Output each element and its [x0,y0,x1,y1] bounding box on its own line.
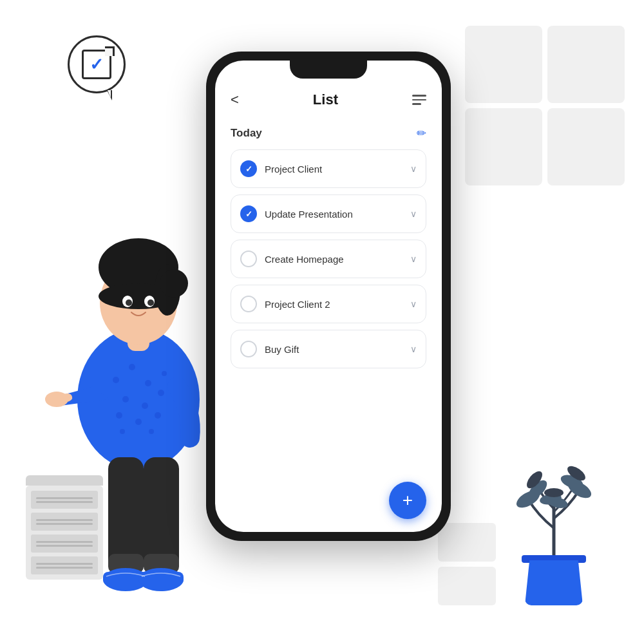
phone-notch [290,61,367,79]
task-label-1: Project Client [265,164,402,175]
svg-point-18 [160,269,188,298]
edit-icon[interactable]: ✏ [417,126,426,140]
task-chevron-2: ∨ [410,209,417,219]
task-item-4[interactable]: Project Client 2 ∨ [231,285,426,323]
small-box-2 [438,567,496,605]
bg-square-4 [547,108,625,185]
bubble-circle: ✓ [68,35,126,93]
task-chevron-5: ∨ [410,344,417,354]
menu-line-3 [412,103,421,105]
svg-point-6 [158,390,164,396]
svg-point-22 [147,299,154,306]
bg-square-1 [465,26,542,103]
task-label-2: Update Presentation [265,209,402,220]
task-chevron-4: ∨ [410,299,417,309]
svg-point-21 [126,299,132,306]
task-label-5: Buy Gift [265,344,402,355]
task-item-2[interactable]: Update Presentation ∨ [231,194,426,233]
svg-point-41 [544,488,564,497]
svg-point-7 [116,412,122,419]
task-checkbox-2[interactable] [240,205,257,222]
bg-square-3 [465,108,542,185]
svg-point-1 [113,377,119,383]
section-header: Today ✏ [231,126,426,140]
speech-bubble: ✓ [68,35,132,100]
svg-point-2 [129,364,135,370]
fab-add-button[interactable]: + [389,482,426,519]
task-item-5[interactable]: Buy Gift ∨ [231,330,426,368]
bg-square-2 [547,26,625,103]
svg-point-8 [135,419,142,425]
task-chevron-3: ∨ [410,254,417,264]
fab-plus-icon: + [402,491,413,509]
svg-point-4 [122,396,129,402]
section-title: Today [231,127,262,140]
svg-point-9 [155,412,161,419]
task-item-3[interactable]: Create Homepage ∨ [231,240,426,278]
task-label-3: Create Homepage [265,254,402,265]
task-item-1[interactable]: Project Client ∨ [231,149,426,188]
checkmark-icon: ✓ [90,56,104,73]
menu-line-2 [412,99,426,101]
menu-button[interactable] [412,95,426,105]
app-header: < List [231,91,426,108]
svg-point-5 [142,402,148,409]
checkmark-box: ✓ [82,50,111,79]
svg-point-11 [149,429,154,434]
task-checkbox-5[interactable] [240,341,257,357]
svg-point-12 [162,371,167,376]
phone-mockup: < List Today ✏ [206,52,451,541]
task-label-4: Project Client 2 [265,299,402,310]
app-container: < List Today ✏ [215,79,442,532]
background-grid [465,26,625,185]
task-list: Project Client ∨ Update Presentation ∨ C… [231,149,426,471]
svg-point-3 [145,380,151,386]
plant-decoration [502,464,605,605]
task-checkbox-4[interactable] [240,296,257,312]
bubble-tail-inner [108,90,111,98]
back-button[interactable]: < [231,91,239,108]
task-checkbox-1[interactable] [240,160,257,177]
phone-screen: < List Today ✏ [215,61,442,532]
task-checkbox-3[interactable] [240,251,257,267]
phone-frame: < List Today ✏ [206,52,451,541]
task-chevron-1: ∨ [410,164,417,174]
svg-rect-31 [138,572,184,585]
menu-line-1 [412,95,426,97]
plant-svg [502,464,605,567]
plant-pot [525,560,583,605]
app-title: List [313,91,338,108]
svg-point-10 [120,429,125,434]
